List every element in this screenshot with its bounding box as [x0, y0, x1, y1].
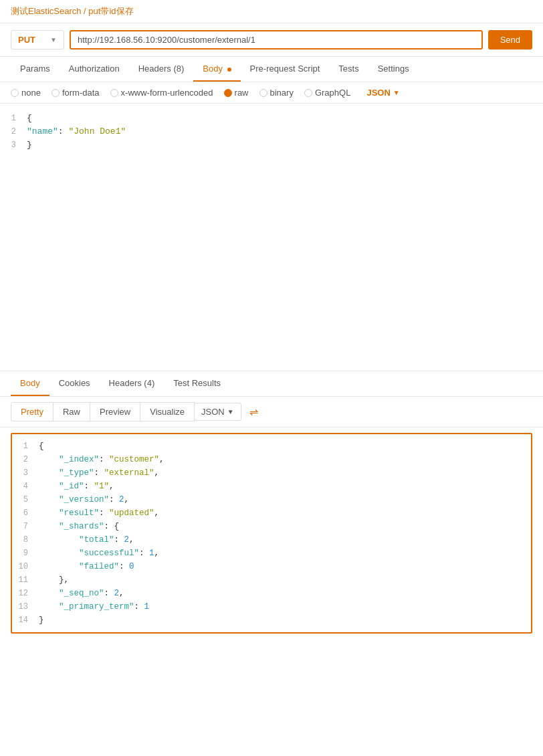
breadcrumb-current: put带id保存: [88, 6, 133, 16]
radio-urlencoded-circle: [110, 89, 118, 97]
tab-pre-request-script[interactable]: Pre-request Script: [241, 57, 330, 82]
radio-none-circle: [11, 89, 19, 97]
view-tabs: Pretty Raw Preview Visualize JSON ▼ ⇌: [0, 397, 543, 428]
body-active-dot: [227, 68, 231, 72]
response-body: 1 { 2 "_index": "customer", 3 "_type": "…: [11, 433, 532, 634]
response-format-select[interactable]: JSON ▼: [194, 403, 241, 421]
tab-authorization[interactable]: Authorization: [60, 57, 129, 82]
radio-binary-label: binary: [270, 88, 294, 98]
tab-settings[interactable]: Settings: [368, 57, 419, 82]
tab-headers[interactable]: Headers (8): [129, 57, 194, 82]
response-format-chevron-icon: ▼: [227, 408, 234, 415]
radio-none[interactable]: none: [11, 88, 41, 98]
method-select[interactable]: PUT ▼: [11, 30, 64, 50]
resp-line-12: 12 "_seq_no": 2,: [12, 587, 531, 600]
filter-icon[interactable]: ⇌: [249, 405, 258, 418]
req-line-2: 2 "name": "John Doe1": [0, 125, 543, 138]
url-input[interactable]: http://192.168.56.10:9200/customer/exter…: [70, 30, 483, 50]
req-line-3: 3 }: [0, 138, 543, 152]
resp-line-13: 13 "_primary_term": 1: [12, 600, 531, 613]
radio-graphql-circle: [304, 89, 312, 97]
radio-form-data-circle: [51, 89, 60, 97]
method-chevron-icon: ▼: [50, 36, 57, 43]
response-format-label: JSON: [201, 407, 225, 417]
radio-graphql[interactable]: GraphQL: [304, 88, 350, 98]
breadcrumb-parent[interactable]: 测试ElasticSearch: [11, 6, 81, 16]
radio-binary-circle: [259, 89, 267, 97]
resp-line-11: 11 },: [12, 573, 531, 587]
request-tabs: Params Authorization Headers (8) Body Pr…: [0, 57, 543, 82]
url-bar: PUT ▼ http://192.168.56.10:9200/customer…: [0, 23, 543, 57]
radio-form-data-label: form-data: [62, 88, 100, 98]
view-tab-pretty[interactable]: Pretty: [11, 402, 53, 421]
radio-none-label: none: [21, 88, 41, 98]
radio-binary[interactable]: binary: [259, 88, 294, 98]
response-tab-cookies[interactable]: Cookies: [49, 371, 100, 396]
response-tab-test-results[interactable]: Test Results: [164, 371, 230, 396]
resp-line-2: 2 "_index": "customer",: [12, 453, 531, 466]
resp-line-10: 10 "failed": 0: [12, 560, 531, 573]
send-button[interactable]: Send: [488, 30, 532, 50]
method-label: PUT: [18, 35, 35, 45]
body-options: none form-data x-www-form-urlencoded raw…: [0, 82, 543, 104]
req-line-1: 1 {: [0, 112, 543, 125]
resp-line-6: 6 "result": "updated",: [12, 506, 531, 520]
radio-urlencoded-label: x-www-form-urlencoded: [121, 88, 213, 98]
breadcrumb: 测试ElasticSearch / put带id保存: [0, 0, 543, 23]
resp-line-7: 7 "_shards": {: [12, 520, 531, 533]
resp-line-8: 8 "total": 2,: [12, 533, 531, 547]
url-value: http://192.168.56.10:9200/customer/exter…: [78, 35, 255, 45]
response-tab-headers[interactable]: Headers (4): [100, 371, 165, 396]
tab-tests[interactable]: Tests: [329, 57, 368, 82]
resp-line-9: 9 "successful": 1,: [12, 547, 531, 560]
radio-raw-circle: [224, 89, 232, 97]
radio-urlencoded[interactable]: x-www-form-urlencoded: [110, 88, 213, 98]
resp-line-5: 5 "_version": 2,: [12, 493, 531, 506]
view-tab-preview[interactable]: Preview: [90, 402, 140, 421]
view-tab-raw[interactable]: Raw: [53, 402, 90, 421]
resp-line-4: 4 "_id": "1",: [12, 480, 531, 493]
response-tabs: Body Cookies Headers (4) Test Results: [0, 371, 543, 397]
resp-line-14: 14 }: [12, 613, 531, 627]
format-label: JSON: [366, 88, 390, 98]
resp-line-3: 3 "_type": "external",: [12, 466, 531, 480]
format-select[interactable]: JSON ▼: [366, 88, 399, 98]
radio-graphql-label: GraphQL: [315, 88, 350, 98]
format-chevron-icon: ▼: [393, 89, 400, 96]
resp-line-1: 1 {: [12, 440, 531, 453]
request-body-editor[interactable]: 1 { 2 "name": "John Doe1" 3 }: [0, 104, 543, 371]
radio-raw[interactable]: raw: [224, 88, 249, 98]
radio-raw-label: raw: [235, 88, 249, 98]
tab-params[interactable]: Params: [11, 57, 60, 82]
response-tab-body[interactable]: Body: [11, 371, 49, 396]
radio-form-data[interactable]: form-data: [51, 88, 100, 98]
view-tab-visualize[interactable]: Visualize: [140, 402, 195, 421]
tab-body[interactable]: Body: [193, 57, 240, 82]
